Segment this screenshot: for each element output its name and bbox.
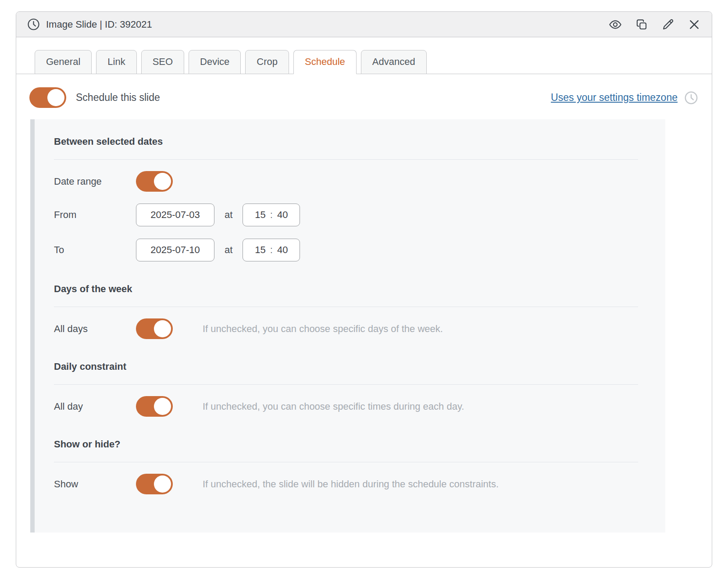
- copy-icon: [635, 18, 649, 32]
- all-days-row: All days If unchecked, you can choose sp…: [54, 318, 638, 339]
- toggle-knob: [154, 320, 171, 337]
- header-actions: [608, 18, 701, 32]
- from-label: From: [54, 209, 136, 221]
- dialog-header: Image Slide | ID: 392021: [16, 12, 712, 37]
- to-date-input[interactable]: [136, 239, 214, 261]
- section-divider: [54, 462, 638, 462]
- to-minute-value[interactable]: 40: [277, 244, 288, 256]
- date-range-toggle[interactable]: [136, 171, 173, 192]
- close-icon: [687, 18, 701, 32]
- from-row: From at 15 : 40: [54, 204, 638, 226]
- section-divider: [54, 384, 638, 385]
- time-separator: :: [270, 244, 273, 256]
- edit-button[interactable]: [661, 18, 675, 32]
- all-days-toggle[interactable]: [136, 318, 173, 339]
- all-day-help-text: If unchecked, you can choose specific ti…: [203, 401, 464, 412]
- tab-general[interactable]: General: [35, 50, 92, 74]
- section-heading-between-dates: Between selected dates: [54, 136, 638, 147]
- panel-body: Between selected dates Date range From a…: [35, 119, 665, 533]
- schedule-settings-panel: Between selected dates Date range From a…: [30, 119, 665, 533]
- toggle-knob: [47, 89, 64, 106]
- section-heading-show-or-hide: Show or hide?: [54, 439, 638, 450]
- date-range-row: Date range: [54, 171, 638, 192]
- tab-seo[interactable]: SEO: [141, 50, 184, 74]
- at-label: at: [225, 244, 232, 256]
- tab-advanced[interactable]: Advanced: [361, 50, 427, 74]
- all-day-row: All day If unchecked, you can choose spe…: [54, 396, 638, 417]
- timezone-info: Uses your settings timezone: [551, 90, 699, 105]
- from-date-input[interactable]: [136, 204, 214, 226]
- from-minute-value[interactable]: 40: [277, 209, 288, 221]
- toggle-knob: [154, 398, 171, 415]
- timezone-clock-icon: [684, 90, 699, 105]
- show-toggle[interactable]: [136, 474, 173, 494]
- to-row: To at 15 : 40: [54, 239, 638, 261]
- tab-device[interactable]: Device: [189, 50, 241, 74]
- duplicate-button[interactable]: [635, 18, 649, 32]
- slide-editor-dialog: Image Slide | ID: 392021: [16, 11, 712, 568]
- section-heading-daily-constraint: Daily constraint: [54, 361, 638, 372]
- show-help-text: If unchecked, the slide will be hidden d…: [203, 479, 499, 490]
- all-day-label: All day: [54, 401, 136, 412]
- to-hour-value[interactable]: 15: [255, 244, 265, 256]
- to-time-input[interactable]: 15 : 40: [243, 239, 300, 261]
- show-row: Show If unchecked, the slide will be hid…: [54, 474, 638, 494]
- toggle-knob: [154, 173, 171, 190]
- panel-accent-bar: [30, 119, 35, 533]
- preview-button[interactable]: [608, 18, 622, 32]
- section-daily-constraint: Daily constraint All day If unchecked, y…: [54, 361, 638, 417]
- section-between-dates: Between selected dates Date range From a…: [54, 136, 638, 261]
- show-label: Show: [54, 479, 136, 490]
- schedule-toggle-label: Schedule this slide: [76, 92, 160, 104]
- from-time-input[interactable]: 15 : 40: [243, 204, 300, 226]
- at-label: at: [225, 209, 232, 221]
- from-hour-value[interactable]: 15: [255, 209, 265, 221]
- tab-crop[interactable]: Crop: [245, 50, 289, 74]
- schedule-this-slide-toggle[interactable]: [29, 87, 66, 108]
- dialog-title: Image Slide | ID: 392021: [46, 19, 152, 30]
- all-days-label: All days: [54, 323, 136, 335]
- timezone-link[interactable]: Uses your settings timezone: [551, 92, 678, 104]
- section-days-of-week: Days of the week All days If unchecked, …: [54, 283, 638, 339]
- section-divider: [54, 307, 638, 307]
- all-day-toggle[interactable]: [136, 396, 173, 417]
- tabbar: General Link SEO Device Crop Schedule Ad…: [16, 37, 712, 74]
- section-divider: [54, 159, 638, 160]
- section-heading-days-of-week: Days of the week: [54, 283, 638, 295]
- to-label: To: [54, 244, 136, 256]
- toggle-knob: [154, 475, 171, 493]
- close-button[interactable]: [687, 18, 701, 32]
- tab-link[interactable]: Link: [96, 50, 136, 74]
- all-days-help-text: If unchecked, you can choose specific da…: [203, 323, 443, 335]
- time-separator: :: [270, 209, 273, 221]
- eye-icon: [608, 18, 622, 32]
- pencil-icon: [661, 18, 675, 32]
- tab-schedule[interactable]: Schedule: [293, 50, 357, 74]
- date-range-label: Date range: [54, 176, 136, 187]
- section-show-or-hide: Show or hide? Show If unchecked, the sli…: [54, 439, 638, 494]
- clock-icon: [27, 18, 40, 31]
- schedule-bar: Schedule this slide Uses your settings t…: [16, 74, 712, 108]
